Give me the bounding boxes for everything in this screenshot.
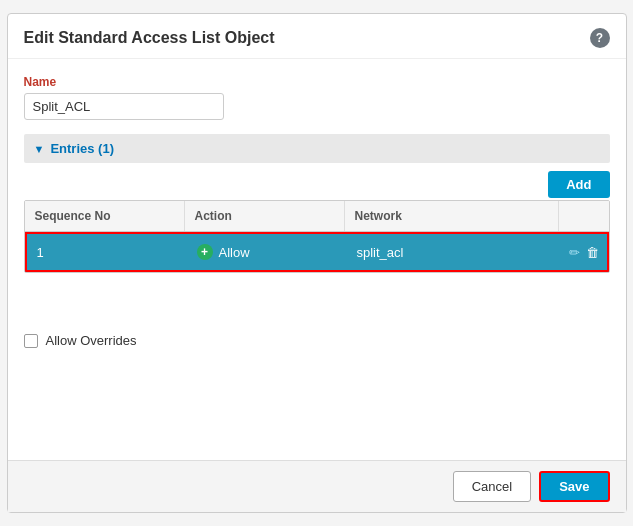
allow-overrides-label: Allow Overrides bbox=[46, 333, 137, 348]
table-header: Sequence No Action Network bbox=[25, 201, 609, 232]
entries-table: Sequence No Action Network 1 + Allow spl… bbox=[24, 200, 610, 273]
col-sequence: Sequence No bbox=[25, 201, 185, 231]
entries-count: (1) bbox=[94, 141, 114, 156]
cell-sequence: 1 bbox=[27, 235, 187, 270]
row-actions: ✏ 🗑 bbox=[557, 235, 607, 270]
col-action: Action bbox=[185, 201, 345, 231]
cancel-button[interactable]: Cancel bbox=[453, 471, 531, 502]
add-button[interactable]: Add bbox=[548, 171, 609, 198]
allow-overrides-row: Allow Overrides bbox=[24, 333, 610, 348]
edit-row-icon[interactable]: ✏ bbox=[569, 245, 580, 260]
dialog-body: Name ▼ Entries (1) Add Sequence No Actio… bbox=[8, 59, 626, 460]
edit-dialog: Edit Standard Access List Object ? Name … bbox=[7, 13, 627, 513]
cell-action: + Allow bbox=[187, 234, 347, 270]
entries-label: Entries bbox=[50, 141, 94, 156]
entries-header: ▼ Entries (1) bbox=[24, 134, 610, 163]
dialog-header: Edit Standard Access List Object ? bbox=[8, 14, 626, 59]
entries-arrow-icon: ▼ bbox=[34, 143, 45, 155]
name-label: Name bbox=[24, 75, 610, 89]
col-network: Network bbox=[345, 201, 559, 231]
allow-overrides-checkbox[interactable] bbox=[24, 334, 38, 348]
action-label: Allow bbox=[219, 245, 250, 260]
name-input[interactable] bbox=[24, 93, 224, 120]
dialog-title: Edit Standard Access List Object bbox=[24, 29, 275, 47]
col-actions bbox=[559, 201, 609, 231]
dialog-footer: Cancel Save bbox=[8, 460, 626, 512]
add-btn-row: Add bbox=[24, 171, 610, 198]
help-icon[interactable]: ? bbox=[590, 28, 610, 48]
table-row: 1 + Allow split_acl ✏ 🗑 bbox=[25, 232, 609, 272]
delete-row-icon[interactable]: 🗑 bbox=[586, 245, 599, 260]
entries-section: ▼ Entries (1) Add Sequence No Action Net… bbox=[24, 134, 610, 273]
allow-icon: + bbox=[197, 244, 213, 260]
cell-network: split_acl bbox=[347, 235, 557, 270]
save-button[interactable]: Save bbox=[539, 471, 609, 502]
